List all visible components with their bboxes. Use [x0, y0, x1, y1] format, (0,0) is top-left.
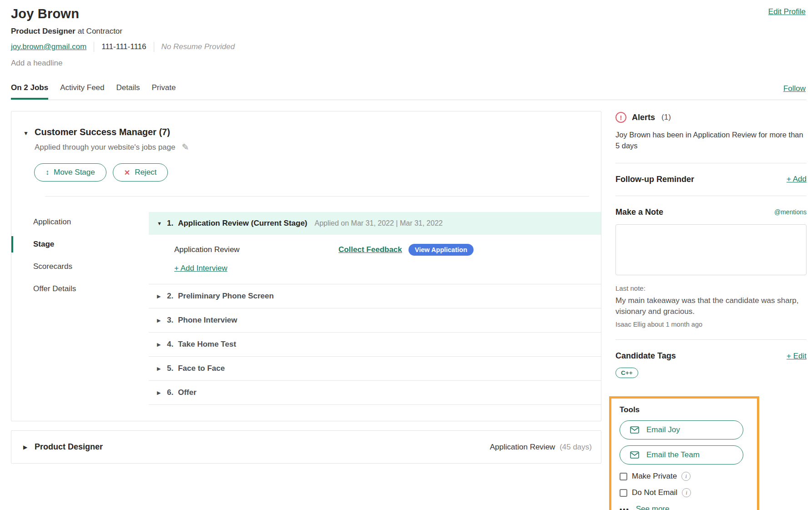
nav-item-offer-details[interactable]: Offer Details	[33, 284, 149, 293]
divider	[94, 42, 94, 52]
nav-item-application[interactable]: Application	[33, 217, 149, 227]
edit-source-pencil-icon[interactable]: ✎	[182, 142, 189, 152]
job-card-product-designer[interactable]: ▶ Product Designer Application Review (4…	[11, 430, 601, 464]
days-in-stage: (45 days)	[560, 443, 592, 451]
job-section-nav: Application Stage Scorecards Offer Detai…	[33, 212, 149, 405]
candidate-tags-heading: Candidate Tags	[615, 351, 676, 361]
stages-list: ▼ 1. Application Review (Current Stage) …	[149, 212, 601, 405]
caret-right-icon: ▶	[157, 342, 167, 348]
tab-activity-feed[interactable]: Activity Feed	[60, 81, 104, 100]
alert-message: Joy Brown has been in Application Review…	[615, 130, 807, 151]
info-icon[interactable]: i	[681, 472, 691, 481]
resume-status: No Resume Provided	[161, 42, 235, 51]
candidate-role: Product Designer	[11, 27, 76, 35]
divider	[154, 42, 154, 52]
make-private-label: Make Private	[632, 472, 677, 481]
followup-reminder-heading: Follow-up Reminder	[615, 175, 694, 184]
reject-x-icon: ✕	[124, 168, 130, 177]
more-dots-icon: •••	[620, 505, 630, 510]
follow-link[interactable]: Follow	[783, 84, 806, 100]
tab-bar: On 2 Jobs Activity Feed Details Private …	[11, 81, 807, 100]
collapse-caret-down-icon[interactable]: ▼	[23, 130, 35, 136]
caret-right-icon[interactable]: ▶	[23, 444, 35, 450]
candidate-phone: 111-111-1116	[101, 42, 146, 51]
view-application-button[interactable]: View Application	[409, 244, 474, 256]
current-stage-row[interactable]: ▼ 1. Application Review (Current Stage) …	[149, 212, 601, 235]
edit-tags-link[interactable]: + Edit	[787, 352, 807, 361]
job-title: Customer Success Manager (7)	[35, 127, 170, 137]
tools-heading: Tools	[620, 405, 751, 414]
tab-on-jobs[interactable]: On 2 Jobs	[11, 81, 48, 100]
divider	[615, 339, 807, 340]
email-team-button[interactable]: Email the Team	[620, 445, 743, 465]
do-not-email-checkbox[interactable]	[620, 489, 627, 497]
stage-title: Application Review (Current Stage)	[178, 219, 307, 228]
caret-right-icon: ▶	[157, 318, 167, 323]
job-card-customer-success-manager: ▼ Customer Success Manager (7) Applied t…	[11, 111, 601, 421]
make-a-note-heading: Make a Note	[615, 207, 663, 217]
application-source: Applied through your website's jobs page	[35, 143, 175, 152]
candidate-company: at Contractor	[78, 27, 122, 35]
jobs-column: ▼ Customer Success Manager (7) Applied t…	[11, 111, 601, 464]
nav-item-scorecards[interactable]: Scorecards	[33, 262, 149, 271]
current-stage-name: Application Review	[490, 443, 555, 451]
sidebar: ! Alerts (1) Joy Brown has been in Appli…	[615, 111, 807, 510]
stage-row-take-home-test[interactable]: ▶ 4. Take Home Test	[149, 332, 601, 356]
divider	[615, 163, 807, 163]
caret-right-icon: ▶	[157, 390, 167, 396]
stage-row-offer[interactable]: ▶ 6. Offer	[149, 380, 601, 405]
alert-icon: !	[615, 112, 626, 123]
collect-feedback-link[interactable]: Collect Feedback	[338, 245, 402, 254]
alerts-count: (1)	[661, 113, 671, 122]
stage-applied-dates: Applied on Mar 31, 2022 | Mar 31, 2022	[315, 219, 443, 227]
info-icon[interactable]: i	[682, 488, 691, 497]
candidate-profile-page: Edit Profile Joy Brown Product Designera…	[0, 0, 812, 510]
make-private-checkbox[interactable]	[620, 473, 627, 480]
stage-number: 1.	[167, 219, 173, 228]
caret-down-icon[interactable]: ▼	[157, 221, 167, 226]
candidate-role-line: Product Designerat Contractor	[11, 27, 807, 36]
envelope-icon	[630, 451, 639, 459]
last-note-label: Last note:	[615, 284, 807, 292]
add-headline-button[interactable]: Add a headline	[11, 59, 807, 68]
see-more-link[interactable]: See more	[636, 505, 670, 510]
add-reminder-link[interactable]: + Add	[787, 175, 807, 184]
caret-right-icon: ▶	[157, 293, 167, 299]
candidate-email-link[interactable]: joy.brown@gmail.com	[11, 42, 86, 51]
tab-details[interactable]: Details	[116, 81, 140, 100]
mentions-link[interactable]: @mentions	[774, 208, 807, 216]
job-title: Product Designer	[35, 442, 103, 452]
last-note-author: Isaac Ellig about 1 month ago	[615, 321, 807, 328]
nav-item-stage[interactable]: Stage	[33, 240, 149, 249]
candidate-tag[interactable]: C++	[615, 368, 638, 378]
page-title: Joy Brown	[11, 6, 807, 21]
contact-line: joy.brown@gmail.com 111-111-1116 No Resu…	[11, 42, 807, 52]
edit-profile-link[interactable]: Edit Profile	[768, 7, 806, 16]
envelope-icon	[630, 426, 639, 434]
last-note-text: My main takeaway was that the candidate …	[615, 295, 807, 318]
email-candidate-button[interactable]: Email Joy	[620, 420, 743, 439]
note-textarea[interactable]	[615, 224, 807, 275]
do-not-email-label: Do Not Email	[632, 488, 677, 497]
caret-right-icon: ▶	[157, 366, 167, 372]
tab-private[interactable]: Private	[151, 81, 176, 100]
stage-row-preliminary-phone-screen[interactable]: ▶ 2. Preliminary Phone Screen	[149, 284, 601, 308]
stage-row-phone-interview[interactable]: ▶ 3. Phone Interview	[149, 308, 601, 332]
tools-section-highlighted: Tools Email Joy Email the Team	[609, 396, 759, 510]
alerts-heading: Alerts	[632, 113, 655, 122]
move-stage-arrows-icon: ↕	[45, 168, 49, 177]
stage-row-face-to-face[interactable]: ▶ 5. Face to Face	[149, 356, 601, 380]
move-stage-button[interactable]: ↕ Move Stage	[34, 163, 106, 182]
add-interview-link[interactable]: + Add Interview	[174, 264, 227, 273]
reject-button[interactable]: ✕ Reject	[113, 163, 168, 182]
divider	[615, 196, 807, 196]
interview-name: Application Review	[174, 245, 240, 254]
